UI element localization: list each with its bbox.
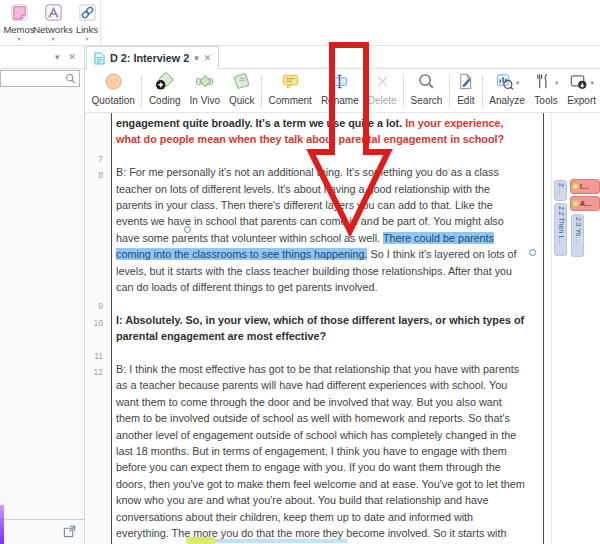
rename-icon: [330, 72, 349, 95]
invivo-icon: [195, 72, 214, 95]
toolbar-button-label: In Vivo: [190, 95, 220, 106]
code-diamond-icon: [572, 200, 579, 207]
paragraph-7: 7: [85, 148, 543, 164]
document-icon: [94, 52, 105, 65]
ribbon: Memos▾Networks▾Links▾: [0, 0, 600, 46]
toolbar-button-in-vivo[interactable]: In Vivo: [185, 73, 224, 106]
toolbar-button-label: Coding: [149, 95, 181, 106]
document-editor[interactable]: engagement quite broadly. It's a term we…: [85, 113, 600, 544]
toolbar-button-analyze[interactable]: ▾Analyze: [485, 73, 530, 106]
paragraph-text[interactable]: engagement quite broadly. It's a term we…: [107, 115, 527, 148]
paragraph-9: 9: [85, 295, 543, 311]
paragraph-text[interactable]: B: I think the most effective has got to…: [107, 361, 527, 544]
delete-icon: [373, 72, 392, 95]
memo-icon: [9, 2, 30, 23]
chevron-down-icon[interactable]: ▾: [516, 79, 519, 87]
toolbar-button-label: Quotation: [92, 95, 135, 106]
search-input[interactable]: [0, 70, 80, 87]
toolbar-button-label: Quick: [229, 95, 255, 106]
toolbar-button-label: Delete: [368, 95, 397, 106]
toolbar-button-label: Search: [411, 95, 443, 106]
toolbar-button-rename[interactable]: Rename: [316, 73, 363, 106]
paragraph-text[interactable]: B: For me personally it's not an additio…: [107, 164, 527, 295]
tab-label: D 2: Interview 2: [110, 52, 189, 64]
chevron-down-icon[interactable]: ▾: [17, 36, 20, 42]
chevron-down-icon[interactable]: ▾: [55, 52, 60, 62]
toolbar-button-edit[interactable]: Edit: [452, 73, 480, 106]
toolbar-button-export[interactable]: ▾Export: [563, 73, 600, 106]
paragraph-number: 12: [85, 361, 107, 544]
paragraph-number: 8: [85, 164, 107, 295]
ribbon-button-label: Memos: [3, 24, 34, 35]
quotation-bar[interactable]: 2:3 Yo…: [571, 214, 584, 257]
search-icon: [417, 72, 436, 95]
page-right-border: [543, 113, 544, 544]
chevron-down-icon[interactable]: ▾: [51, 36, 54, 42]
code-tag[interactable]: A…: [570, 196, 600, 211]
highlight-fragment: [215, 539, 347, 543]
comment-icon: [281, 72, 300, 95]
chevron-down-icon[interactable]: ▾: [590, 79, 593, 87]
chevron-down-icon[interactable]: ▾: [194, 53, 199, 63]
quotation-icon: [104, 72, 123, 95]
toolbar-separator: [141, 74, 142, 108]
close-icon[interactable]: ✕: [68, 52, 76, 62]
toolbar-separator: [449, 74, 450, 108]
quick-icon: [232, 72, 251, 95]
paragraph-text[interactable]: [107, 295, 527, 311]
selection-handle-start[interactable]: [184, 226, 191, 233]
toolbar-separator: [261, 74, 262, 108]
ribbon-button-links[interactable]: Links▾: [70, 2, 104, 42]
tab-row: ▾ ✕ D 2: Interview 2 ▾ ✕: [0, 46, 600, 69]
document-text: engagement quite broadly. It's a term we…: [85, 115, 543, 544]
code-tag[interactable]: I…: [570, 179, 600, 194]
left-pane-header: ▾ ✕: [0, 46, 84, 68]
paragraph-text[interactable]: [107, 345, 527, 361]
toolbar-button-delete: Delete: [363, 73, 401, 106]
app-window: Memos▾Networks▾Links▾ ▾ ✕ D 2: Interview…: [0, 0, 600, 544]
selection-handle-end[interactable]: [529, 249, 536, 256]
paragraph-number: [85, 115, 107, 148]
open-in-new-window-button[interactable]: [61, 524, 77, 539]
ribbon-button-label: Networks: [33, 24, 73, 35]
paragraph-number: 11: [85, 345, 107, 361]
toolbar-button-search[interactable]: Search: [406, 73, 447, 106]
quotation-bar[interactable]: 2…: [554, 180, 567, 201]
toolbar-button-quick[interactable]: Quick: [224, 73, 259, 106]
code-diamond-icon: [572, 183, 579, 190]
paragraph-text[interactable]: [107, 148, 527, 164]
toolbar-button-coding[interactable]: Coding: [144, 73, 185, 106]
paragraph-text[interactable]: I: Absolutely. So, in your view, which o…: [107, 312, 527, 345]
toolbar-button-comment[interactable]: Comment: [264, 73, 316, 106]
toolbar-separator: [482, 74, 483, 108]
panel-divider: [0, 519, 84, 520]
ribbon-button-memos[interactable]: Memos▾: [2, 2, 36, 42]
toolbar-button-tools[interactable]: ▾Tools: [529, 73, 562, 106]
quotation-bar[interactable]: 2:2 Then t…: [554, 203, 567, 256]
toolbar-button-label: Rename: [321, 95, 359, 106]
toolbar-separator: [403, 74, 404, 108]
search-icon: [65, 70, 76, 88]
export-icon: [569, 72, 588, 95]
toolbar-button-label: Tools: [534, 95, 557, 106]
left-panel: [0, 69, 84, 544]
link-icon: [77, 2, 98, 23]
toolbar-button-quotation[interactable]: Quotation: [87, 73, 139, 106]
toolbar-button-label: Analyze: [489, 95, 525, 106]
tab-document[interactable]: D 2: Interview 2 ▾ ✕: [86, 46, 219, 69]
toolbar-button-label: Comment: [269, 95, 312, 106]
edit-icon: [456, 72, 475, 95]
paragraph-11: 11: [85, 345, 543, 361]
highlight-fragment: [186, 537, 216, 544]
corner-accent: [0, 505, 4, 544]
chevron-down-icon[interactable]: ▾: [85, 36, 88, 42]
chevron-down-icon[interactable]: ▾: [555, 79, 558, 87]
paragraph-12: 12B: I think the most effective has got …: [85, 361, 543, 544]
paragraph-number: 9: [85, 295, 107, 311]
ribbon-button-networks[interactable]: Networks▾: [36, 2, 70, 42]
tools-icon: [534, 72, 553, 95]
coding-icon: [155, 72, 174, 95]
close-icon[interactable]: ✕: [204, 53, 212, 63]
paragraph-8: 8B: For me personally it's not an additi…: [85, 164, 543, 295]
margin-column-line: [551, 113, 552, 544]
